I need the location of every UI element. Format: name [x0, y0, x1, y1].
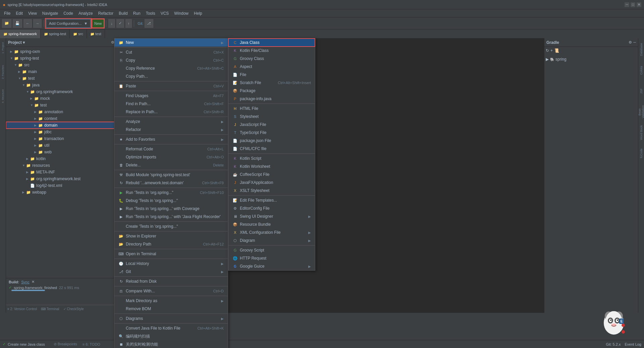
- new-item-swing-ui[interactable]: 🖥 Swing UI Designer ▶: [228, 212, 315, 220]
- ctx-item-disable-realtime[interactable]: ⏹ 关闭实时检测功能: [114, 340, 228, 348]
- todo-label[interactable]: ≡ 6: TODO: [83, 342, 100, 346]
- sidebar-jsf-icon[interactable]: JSF: [640, 81, 643, 101]
- ctx-item-run-jfr[interactable]: ▶ Run 'Tests in 'org.spring...' with 'Ja…: [114, 213, 228, 221]
- new-item-file[interactable]: 📄 File: [228, 71, 315, 79]
- new-item-xml-config[interactable]: X XML Configuration File ▶: [228, 228, 315, 236]
- tree-item-src[interactable]: ▼ 📁 src: [6, 62, 120, 68]
- ctx-item-add-favorites[interactable]: ★ Add to Favorites ▶: [114, 135, 228, 143]
- tree-item-test-inner[interactable]: ▼ 📁 test: [6, 102, 120, 109]
- tree-item-domain[interactable]: ▶ 📁 domain: [6, 122, 120, 129]
- menu-code[interactable]: Code: [61, 10, 76, 16]
- ctx-item-refactor[interactable]: Refactor ▶: [114, 126, 228, 134]
- ctx-item-mark-directory[interactable]: Mark Directory as ▶: [114, 297, 228, 305]
- toolbar-save-button[interactable]: 💾: [13, 19, 22, 28]
- ctx-item-open-terminal[interactable]: ⌨ Open in Terminal: [114, 250, 228, 258]
- ctx-item-git[interactable]: ⎇ Git ▶: [114, 268, 228, 276]
- tree-item-util[interactable]: ▶ 📁 util: [6, 142, 120, 149]
- gradle-add-icon[interactable]: +: [550, 48, 553, 53]
- breakpoints-label[interactable]: ⊘ Breakpoints: [54, 342, 77, 346]
- new-item-http-request[interactable]: 🌐 HTTP Request: [228, 254, 315, 262]
- toolbar-run-button[interactable]: New: [92, 19, 104, 28]
- new-item-kotlin-script[interactable]: K Kotlin Script: [228, 154, 315, 162]
- version-control-tab[interactable]: ≡ 2: Version Control: [7, 307, 37, 311]
- ctx-item-delete[interactable]: 🗑 Delete... Delete: [114, 161, 228, 169]
- build-sync[interactable]: Sync: [21, 280, 29, 284]
- ctx-item-copy[interactable]: ⎘ Copy Ctrl+C: [114, 56, 228, 64]
- new-item-kotlin-class[interactable]: K Kotlin File/Class: [228, 47, 315, 55]
- new-item-cfml[interactable]: 📄 CFML/CFC file: [228, 145, 315, 153]
- terminal-tab[interactable]: ⌨ Terminal: [41, 307, 59, 311]
- tree-item-spring-test[interactable]: ▼ 📁 spring-test: [6, 55, 120, 62]
- sidebar-database-icon[interactable]: Database: [640, 40, 643, 60]
- menu-vcs[interactable]: VCS: [158, 10, 172, 16]
- menu-tools[interactable]: Tools: [143, 10, 158, 16]
- ctx-item-diagrams[interactable]: ⬡ Diagrams ▶: [114, 315, 228, 323]
- new-item-diagram[interactable]: ⬡ Diagram ▶: [228, 236, 315, 245]
- checkstyle-tab[interactable]: ✓ CheckStyle: [63, 307, 84, 311]
- event-log-button[interactable]: Event Log: [625, 342, 641, 346]
- tree-item-jdbc[interactable]: ▶ 📁 jdbc: [6, 129, 120, 135]
- menu-run[interactable]: Run: [130, 10, 143, 16]
- gradle-script-icon[interactable]: 📜: [554, 48, 559, 53]
- tab-spring-framework[interactable]: 📁spring-framework: [0, 29, 41, 38]
- tree-item-kotlin[interactable]: ▶ 📁 kotlin: [6, 155, 120, 162]
- tree-item-web[interactable]: ▶ 📁 web: [6, 149, 120, 155]
- gradle-refresh-icon[interactable]: ↻: [546, 48, 549, 53]
- toolbar-git-commit[interactable]: ✓: [116, 19, 124, 28]
- ctx-item-build-module[interactable]: ⚒ Build Module 'spring.spring-test.test': [114, 171, 228, 179]
- new-item-html[interactable]: H HTML File: [228, 105, 315, 113]
- menu-navigate[interactable]: Navigate: [40, 10, 61, 16]
- ctx-item-rebuild[interactable]: ↻ Rebuild '...amework.test.domain' Ctrl+…: [114, 179, 228, 187]
- ctx-item-optimize-imports[interactable]: Optimize Imports Ctrl+Alt+O: [114, 153, 228, 161]
- menu-build[interactable]: Build: [116, 10, 130, 16]
- tree-item-resources[interactable]: ▼ 📁 resources: [6, 162, 120, 169]
- gradle-minimize-icon[interactable]: ─: [633, 40, 636, 45]
- new-item-groovy-class[interactable]: G Groovy Class: [228, 55, 315, 63]
- new-item-scratch[interactable]: 📝 Scratch File Ctrl+Alt+Shift+Insert: [228, 79, 315, 87]
- ctx-item-copy-reference[interactable]: Copy Reference Ctrl+Alt+Shift+C: [114, 64, 228, 72]
- build-close[interactable]: ✕: [32, 280, 35, 284]
- new-item-stylesheet[interactable]: S Stylesheet: [228, 113, 315, 121]
- tree-item-spring-oxm[interactable]: ▶ 📁 spring-oxm: [6, 48, 120, 55]
- sidebar-structure-icon[interactable]: 4: Structure: [1, 88, 4, 105]
- gradle-gear-icon[interactable]: ⚙: [629, 40, 632, 45]
- ctx-item-remove-bom[interactable]: Remove BOM: [114, 305, 228, 313]
- ctx-item-cut[interactable]: ✂ Cut Ctrl+X: [114, 48, 228, 56]
- new-item-kotlin-worksheet[interactable]: K Kotlin Worksheet: [228, 162, 315, 170]
- ctx-item-replace-in-path[interactable]: Replace in Path... Ctrl+Shift+R: [114, 108, 228, 116]
- ctx-item-analyze[interactable]: Analyze ▶: [114, 118, 228, 126]
- tab-test[interactable]: 📁test: [87, 29, 105, 38]
- ctx-item-new[interactable]: 📁 New ▶: [114, 39, 228, 47]
- sidebar-project-icon[interactable]: 1: Project: [1, 40, 4, 56]
- ctx-item-reformat[interactable]: Reformat Code Ctrl+Alt+L: [114, 145, 228, 153]
- ctx-item-create-tests[interactable]: Create 'Tests in 'org.spring...'': [114, 222, 228, 230]
- toolbar-open-button[interactable]: 📁: [2, 19, 11, 28]
- tree-item-test[interactable]: ▼ 📁 test: [6, 75, 120, 82]
- ctx-item-run-tests[interactable]: ▶ Run 'Tests in 'org.spring...'' Ctrl+Sh…: [114, 189, 228, 197]
- tab-spring-test[interactable]: 📁spring-test: [41, 29, 70, 38]
- tree-item-org-springframework-test[interactable]: ▶ 📁 org.springframework.test: [6, 176, 120, 182]
- new-item-javafx[interactable]: J JavaFXApplication: [228, 179, 315, 187]
- tree-item-meta-inf[interactable]: ▶ 📁 META-INF: [6, 169, 120, 176]
- ctx-item-reload-disk[interactable]: ↻ Reload from Disk: [114, 277, 228, 285]
- menu-analyze[interactable]: Analyze: [76, 10, 96, 16]
- close-button[interactable]: ✕: [637, 2, 641, 7]
- tab-src[interactable]: 📁src: [70, 29, 87, 38]
- new-item-google-guice[interactable]: G Google Guice ▶: [228, 262, 315, 270]
- new-item-typescript[interactable]: T TypeScript File: [228, 129, 315, 137]
- ctx-item-directory-path[interactable]: 📂 Directory Path Ctrl+Alt+F12: [114, 240, 228, 248]
- tree-item-log4j2[interactable]: ▶ 📄 log4j2-test.xml: [6, 182, 120, 189]
- sidebar-favorites-icon[interactable]: 2: Favorites: [1, 64, 4, 80]
- tree-item-main[interactable]: ▶ 📁 main: [6, 68, 120, 75]
- maximize-button[interactable]: □: [631, 2, 635, 7]
- menu-file[interactable]: File: [1, 10, 13, 16]
- sidebar-fccode-icon[interactable]: fcCode: [640, 143, 643, 163]
- tree-item-org-springframework[interactable]: ▼ 📁 org.springframework: [6, 88, 120, 95]
- new-item-aspect[interactable]: A Aspect: [228, 63, 315, 71]
- new-item-editorconfig[interactable]: ⚙ EditorConfig File: [228, 204, 315, 212]
- menu-view[interactable]: View: [25, 10, 40, 16]
- new-item-groovy-script[interactable]: G Groovy Script: [228, 246, 315, 254]
- toolbar-git-update[interactable]: ↓: [108, 19, 115, 28]
- toolbar-git-branch[interactable]: ⎇: [145, 19, 153, 28]
- tree-item-java[interactable]: ▼ 📁 java: [6, 82, 120, 88]
